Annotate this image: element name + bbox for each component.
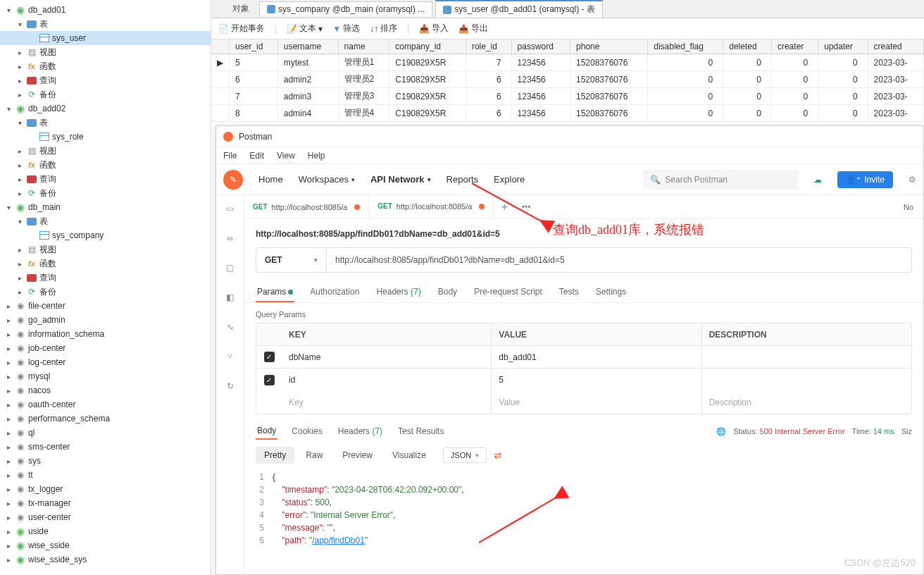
param-key[interactable]: dbName — [282, 352, 491, 362]
menu-help[interactable]: Help — [308, 151, 325, 161]
begin-transaction-button[interactable]: 📄 开始事务 — [218, 23, 265, 35]
tree-db-go_admin[interactable]: ▸◉go_admin — [0, 313, 211, 327]
url-input[interactable]: http://localhost:8085/app/findDb01?dbNam… — [327, 248, 911, 272]
apis-icon[interactable]: ∞ — [224, 232, 237, 245]
col-creater[interactable]: creater — [771, 39, 818, 54]
tree-backups[interactable]: ▸⟳备份 — [0, 186, 211, 200]
param-key[interactable]: id — [282, 375, 491, 385]
col-created[interactable]: created — [868, 39, 923, 54]
col-disabled_flag[interactable]: disabled_flag — [648, 39, 723, 54]
col-updater[interactable]: updater — [818, 39, 868, 54]
tree-table-sys-user[interactable]: sys_user — [0, 31, 211, 45]
col-user_id[interactable]: user_id — [230, 39, 278, 54]
sync-icon[interactable]: ☁ — [813, 175, 822, 185]
tab-authorization[interactable]: Authorization — [308, 283, 361, 302]
tree-backups[interactable]: ▸⟳备份 — [0, 285, 211, 299]
request-tab-1[interactable]: GEThttp://localhost:8085/a — [244, 195, 369, 218]
tree-views[interactable]: ▸▤视图 — [0, 242, 211, 256]
tree-tables[interactable]: ▾表 — [0, 214, 211, 228]
tree-db-add01[interactable]: ▾◉db_add01 — [0, 3, 211, 17]
response-body[interactable]: 1{ 2 "timestamp": "2023-04-28T06:42:20.0… — [244, 471, 923, 554]
tree-db-tt[interactable]: ▸◉tt — [0, 468, 211, 482]
nav-api-network[interactable]: API Network ▾ — [370, 174, 431, 185]
settings-icon[interactable]: ⚙ — [909, 175, 916, 185]
table-row[interactable]: ▶5mytest管理员1C190829X5R712345615208376076… — [211, 54, 924, 71]
tree-backups[interactable]: ▸⟳备份 — [0, 87, 211, 101]
tab-objects[interactable]: 对象 — [225, 0, 256, 18]
tree-db-nacos[interactable]: ▸◉nacos — [0, 383, 211, 397]
text-button[interactable]: 📝 文本 ▾ — [287, 23, 323, 35]
tab-headers[interactable]: Headers (7) — [375, 283, 422, 302]
nav-reports[interactable]: Reports — [447, 174, 479, 185]
menu-view[interactable]: View — [277, 151, 295, 161]
query-param-row[interactable]: ✓dbNamedb_add01 — [256, 346, 911, 369]
resp-body[interactable]: Body — [256, 423, 277, 440]
history-icon[interactable]: ↻ — [224, 380, 237, 392]
mock-icon[interactable]: ◧ — [224, 291, 237, 304]
tree-db-sys[interactable]: ▸◉sys — [0, 454, 211, 468]
tab-settings[interactable]: Settings — [594, 283, 628, 302]
tree-db-sms-center[interactable]: ▸◉sms-center — [0, 440, 211, 454]
tree-table-sys-role[interactable]: sys_role — [0, 130, 211, 144]
tab-body[interactable]: Body — [437, 283, 458, 302]
tree-db-uside[interactable]: ▸◉uside — [0, 524, 211, 538]
col-password[interactable]: password — [511, 39, 570, 54]
col-deleted[interactable]: deleted — [723, 39, 772, 54]
environments-icon[interactable]: ▢ — [224, 261, 237, 274]
param-value[interactable]: 5 — [491, 369, 701, 391]
tree-table-sys-company[interactable]: sys_company — [0, 228, 211, 242]
menu-file[interactable]: File — [223, 151, 237, 161]
tree-functions[interactable]: ▸fx函数 — [0, 256, 211, 271]
monitors-icon[interactable]: ∿ — [224, 321, 237, 333]
param-value[interactable]: db_add01 — [491, 346, 701, 368]
menu-edit[interactable]: Edit — [249, 151, 264, 161]
tree-db-job-center[interactable]: ▸◉job-center — [0, 341, 211, 355]
view-visualize[interactable]: Visualize — [384, 447, 435, 464]
checkbox-icon[interactable]: ✓ — [264, 352, 275, 362]
import-button[interactable]: 📥 导入 — [419, 23, 449, 35]
col-role_id[interactable]: role_id — [466, 39, 511, 54]
tree-functions[interactable]: ▸fx函数 — [0, 158, 211, 172]
param-desc[interactable] — [701, 369, 911, 391]
tree-db-information_schema[interactable]: ▸◉information_schema — [0, 327, 211, 341]
tree-db-log-center[interactable]: ▸◉log-center — [0, 355, 211, 369]
invite-button[interactable]: 👤⁺Invite — [837, 171, 893, 188]
table-row[interactable]: 6admin2管理员2C190829X5R6123456152083760760… — [211, 71, 924, 88]
tree-db-add02[interactable]: ▾◉db_add02 — [0, 101, 211, 116]
resp-tests[interactable]: Test Results — [397, 423, 445, 439]
filter-button[interactable]: ▼ 筛选 — [332, 23, 360, 35]
tab-sys-user[interactable]: sys_user @db_add01 (oramysql) - 表 — [435, 0, 603, 18]
request-tab-2[interactable]: GEThttp://localhost:8085/a — [369, 195, 494, 218]
db-tree-panel[interactable]: ▾◉db_add01 ▾表 sys_user ▸▤视图 ▸fx函数 ▸查询 ▸⟳… — [0, 0, 211, 575]
key-placeholder[interactable]: Key — [282, 397, 491, 407]
tree-queries[interactable]: ▸查询 — [0, 271, 211, 285]
collections-icon[interactable]: ▭ — [224, 202, 237, 215]
export-button[interactable]: 📤 导出 — [458, 23, 488, 35]
view-preview[interactable]: Preview — [334, 447, 381, 464]
environment-selector[interactable]: No — [894, 195, 923, 218]
tree-views[interactable]: ▸▤视图 — [0, 45, 211, 59]
tree-views[interactable]: ▸▤视图 — [0, 144, 211, 158]
table-row[interactable]: 8admin4管理员4C190829X5R6123456152083760760… — [211, 105, 924, 122]
value-placeholder[interactable]: Value — [491, 391, 701, 414]
tree-db-user-center[interactable]: ▸◉user-center — [0, 510, 211, 524]
tab-options-icon[interactable]: ••• — [515, 195, 538, 218]
col-username[interactable]: username — [277, 39, 338, 54]
tree-tables[interactable]: ▾表 — [0, 116, 211, 130]
tree-queries[interactable]: ▸查询 — [0, 172, 211, 186]
tree-queries[interactable]: ▸查询 — [0, 73, 211, 87]
col-name[interactable]: name — [338, 39, 389, 54]
wrap-icon[interactable]: ⇄ — [494, 450, 502, 461]
tab-tests[interactable]: Tests — [558, 283, 580, 302]
query-param-row[interactable]: ✓id5 — [256, 369, 911, 391]
tree-functions[interactable]: ▸fx函数 — [0, 59, 211, 73]
tree-db-mysql[interactable]: ▸◉mysql — [0, 369, 211, 383]
table-row[interactable]: 7admin3管理员3C190829X5R6123456152083760760… — [211, 88, 924, 105]
tab-params[interactable]: Params — [256, 283, 294, 302]
col-phone[interactable]: phone — [570, 39, 647, 54]
desc-placeholder[interactable]: Description — [701, 391, 911, 414]
tree-db-tx-manager[interactable]: ▸◉tx-manager — [0, 496, 211, 510]
col-company_id[interactable]: company_id — [389, 39, 466, 54]
search-input[interactable]: 🔍Search Postman — [643, 170, 798, 190]
param-desc[interactable] — [701, 346, 911, 368]
